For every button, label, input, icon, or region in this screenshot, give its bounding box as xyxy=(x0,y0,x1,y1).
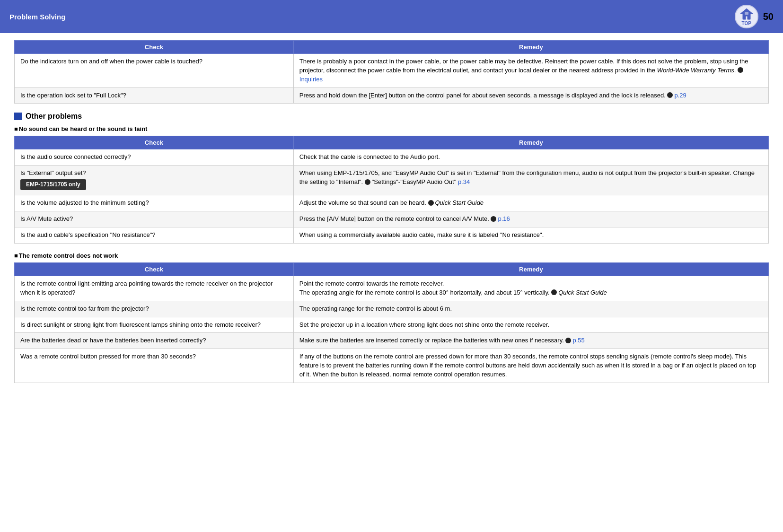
table-row: Is "External" output set?EMP-1715/1705 o… xyxy=(15,166,769,195)
check-cell: Are the batteries dead or have the batte… xyxy=(15,333,294,349)
check-cell: Is the remote control too far from the p… xyxy=(15,301,294,317)
table-row: Do the indicators turn on and off when t… xyxy=(15,54,769,88)
remote-table: Check Remedy Is the remote control light… xyxy=(14,262,769,383)
emp-badge: EMP-1715/1705 only xyxy=(20,179,86,190)
check-cell: Was a remote control button pressed for … xyxy=(15,349,294,383)
top-icon[interactable]: TOP xyxy=(735,5,758,28)
table-row: Is the remote control light-emitting are… xyxy=(15,276,769,301)
other-problems-heading: Other problems xyxy=(14,112,769,121)
remote-check-header: Check xyxy=(15,262,294,276)
check-cell: Is "External" output set?EMP-1715/1705 o… xyxy=(15,166,294,195)
table-row: Is the audio cable's specification "No r… xyxy=(15,227,769,244)
table-row: Are the batteries dead or have the batte… xyxy=(15,333,769,349)
home-icon xyxy=(740,7,753,20)
table-row: Is the operation lock set to "Full Lock"… xyxy=(15,87,769,104)
remedy-cell: Adjust the volume so that sound can be h… xyxy=(293,195,768,211)
table-row: Is direct sunlight or strong light from … xyxy=(15,317,769,333)
sound-table: Check Remedy Is the audio source connect… xyxy=(14,136,769,244)
sound-check-header: Check xyxy=(15,136,294,149)
svg-rect-1 xyxy=(745,12,748,15)
check-cell: Is A/V Mute active? xyxy=(15,211,294,227)
table-row: Was a remote control button pressed for … xyxy=(15,349,769,383)
check-cell: Is the audio cable's specification "No r… xyxy=(15,227,294,244)
top-table-remedy-header: Remedy xyxy=(293,41,768,54)
section-icon xyxy=(14,113,22,120)
remedy-cell: There is probably a poor contact in the … xyxy=(293,54,768,88)
page-title: Problem Solving xyxy=(9,13,65,21)
table-row: Is the remote control too far from the p… xyxy=(15,301,769,317)
table-row: Is A/V Mute active?Press the [A/V Mute] … xyxy=(15,211,769,227)
remedy-cell: When using a commercially available audi… xyxy=(293,227,768,244)
sound-remedy-header: Remedy xyxy=(293,136,768,149)
check-cell: Is the audio source connected correctly? xyxy=(15,149,294,166)
top-label: TOP xyxy=(742,21,751,26)
page-header: Problem Solving TOP 50 xyxy=(0,0,783,33)
header-right: TOP 50 xyxy=(735,5,774,28)
check-cell: Is the volume adjusted to the minimum se… xyxy=(15,195,294,211)
remedy-cell: Point the remote control towards the rem… xyxy=(293,276,768,301)
top-table: Check Remedy Do the indicators turn on a… xyxy=(14,40,769,104)
remedy-cell: If any of the buttons on the remote cont… xyxy=(293,349,768,383)
table-row: Is the audio source connected correctly?… xyxy=(15,149,769,166)
remedy-cell: Press and hold down the [Enter] button o… xyxy=(293,87,768,104)
no-sound-heading: ■No sound can be heard or the sound is f… xyxy=(14,125,769,132)
main-content: Check Remedy Do the indicators turn on a… xyxy=(0,33,783,401)
remote-heading: ■The remote control does not work xyxy=(14,252,769,259)
other-problems-title: Other problems xyxy=(26,112,82,121)
remedy-cell: Make sure the batteries are inserted cor… xyxy=(293,333,768,349)
remedy-cell: Press the [A/V Mute] button on the remot… xyxy=(293,211,768,227)
table-row: Is the volume adjusted to the minimum se… xyxy=(15,195,769,211)
remedy-cell: Check that the cable is connected to the… xyxy=(293,149,768,166)
remedy-cell: Set the projector up in a location where… xyxy=(293,317,768,333)
check-cell: Do the indicators turn on and off when t… xyxy=(15,54,294,88)
check-cell: Is direct sunlight or strong light from … xyxy=(15,317,294,333)
top-table-check-header: Check xyxy=(15,41,294,54)
check-cell: Is the remote control light-emitting are… xyxy=(15,276,294,301)
page-number: 50 xyxy=(763,11,774,22)
check-cell: Is the operation lock set to "Full Lock"… xyxy=(15,87,294,104)
remedy-cell: The operating range for the remote contr… xyxy=(293,301,768,317)
remedy-cell: When using EMP-1715/1705, and "EasyMP Au… xyxy=(293,166,768,195)
remote-remedy-header: Remedy xyxy=(293,262,768,276)
